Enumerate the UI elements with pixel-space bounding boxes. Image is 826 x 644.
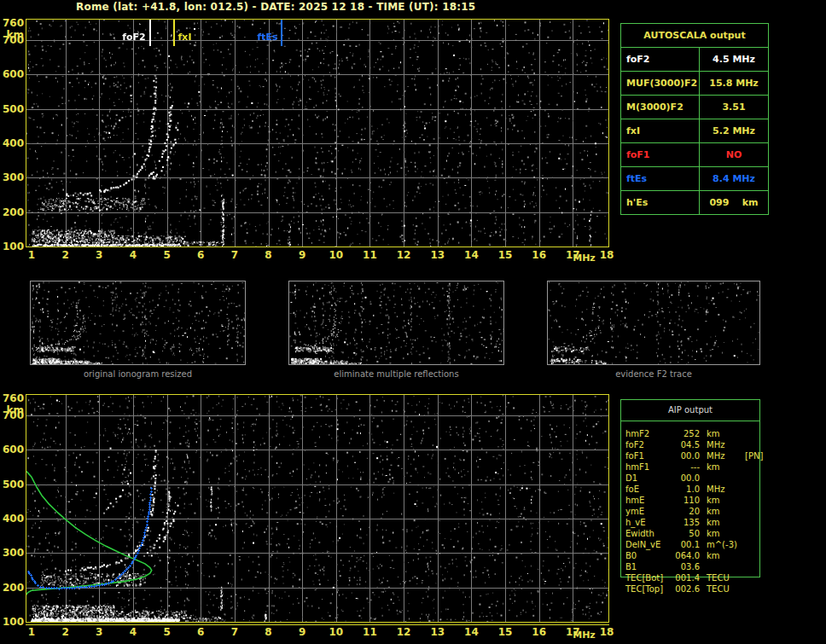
aip-row-note xyxy=(743,517,759,528)
panel-original-canvas xyxy=(31,281,245,364)
panel-evidence-canvas xyxy=(548,281,759,364)
top-ionogram-plot xyxy=(26,19,609,247)
panel-eliminate-canvas xyxy=(289,281,503,364)
y-unit-label: km xyxy=(1,30,24,40)
marker-foF2-label: foF2 xyxy=(122,32,146,42)
autoscala-title: AUTOSCALA output xyxy=(621,24,769,48)
aip-row-label: foF1 xyxy=(625,450,670,461)
x-tick: 3 xyxy=(90,250,108,260)
marker-foF2-line xyxy=(149,20,151,46)
x-tick: 11 xyxy=(361,627,378,637)
x-tick: 16 xyxy=(531,627,548,637)
aip-row-label: foF2 xyxy=(625,439,670,450)
aip-row: DelN_vE00.1m^(-3) xyxy=(625,539,759,550)
autoscala-row-value: 3.51 xyxy=(700,96,769,119)
aip-row-value: 135 xyxy=(670,517,704,528)
aip-row-unit: MHz xyxy=(704,450,743,461)
aip-row-label: foE xyxy=(625,484,670,495)
panel-original-ionogram xyxy=(30,281,246,365)
y-tick: 760 xyxy=(1,18,24,28)
aip-row: hmF1---km xyxy=(625,461,759,473)
x-unit-label: MHz xyxy=(573,630,596,640)
y-tick: 300 xyxy=(1,172,24,183)
aip-row-value: 1.0 xyxy=(670,484,704,495)
table-row: M(3000)F23.51 xyxy=(621,96,769,119)
y-tick: 200 xyxy=(1,583,24,593)
y-tick: 100 xyxy=(1,241,24,252)
aip-row-note xyxy=(743,539,759,550)
x-tick: 2 xyxy=(57,627,74,637)
aip-row-note xyxy=(743,561,759,572)
aip-row-unit: km xyxy=(704,528,743,539)
aip-row-note xyxy=(743,439,759,450)
station-date-title: Rome (lat: +41.8, lon: 012.5) - DATE: 20… xyxy=(76,1,475,13)
panel-original-caption: original ionogram resized xyxy=(30,369,246,379)
x-tick: 10 xyxy=(328,627,345,637)
x-tick: 1 xyxy=(23,250,40,260)
aip-row-note xyxy=(743,572,759,583)
aip-row: Ewidth50km xyxy=(625,528,759,539)
aip-row: hmF2252km xyxy=(625,428,759,439)
x-tick: 11 xyxy=(361,250,378,260)
y-tick: 760 xyxy=(1,393,24,403)
aip-row: D100.0 xyxy=(625,473,759,484)
aip-output-table: AIP output hmF2252kmfoF204.5MHzfoF100.0M… xyxy=(620,399,760,577)
autoscala-row-label: M(3000)F2 xyxy=(621,96,700,119)
table-row: MUF(3000)F215.8 MHz xyxy=(621,72,769,96)
y-tick: 200 xyxy=(1,207,24,218)
y-tick: 100 xyxy=(1,617,24,627)
autoscala-row-label: foF1 xyxy=(621,143,700,167)
x-tick: 18 xyxy=(598,627,615,637)
aip-row: TEC[Bot]001.4TECU xyxy=(625,572,759,583)
table-row: ftEs8.4 MHz xyxy=(621,167,769,191)
aip-row-unit: TECU xyxy=(704,583,743,595)
autoscala-row-label: fxI xyxy=(621,119,700,143)
x-tick: 13 xyxy=(429,250,446,260)
x-tick: 4 xyxy=(125,250,142,260)
aip-row-label: B1 xyxy=(625,561,670,572)
aip-row-note xyxy=(743,550,759,561)
aip-row: h_vE135km xyxy=(625,517,759,528)
table-row: foF1NO xyxy=(621,143,769,167)
aip-row-unit: km xyxy=(704,517,743,528)
x-tick: 3 xyxy=(90,627,108,637)
x-tick: 7 xyxy=(226,627,243,637)
aip-row-value: 00.1 xyxy=(670,539,704,550)
autoscala-app-window: Rome (lat: +41.8, lon: 012.5) - DATE: 20… xyxy=(0,0,826,644)
bottom-ionogram-canvas xyxy=(26,395,608,622)
aip-row-note xyxy=(743,583,759,595)
autoscala-row-value: 5.2 MHz xyxy=(700,119,769,143)
autoscala-row-value: 8.4 MHz xyxy=(700,167,769,191)
autoscala-row-value: 099 km xyxy=(700,191,769,215)
aip-row-value: 110 xyxy=(670,495,704,506)
x-unit-label: MHz xyxy=(573,253,596,263)
x-tick: 7 xyxy=(226,250,243,260)
x-tick: 4 xyxy=(125,627,142,637)
aip-row: TEC[Top]002.6TECU xyxy=(625,583,759,595)
aip-row-label: TEC[Bot] xyxy=(625,572,670,583)
x-tick: 13 xyxy=(429,627,446,637)
panel-evidence-f2 xyxy=(547,281,760,365)
x-tick: 18 xyxy=(598,250,615,260)
x-tick: 5 xyxy=(159,627,176,637)
table-row: fxI5.2 MHz xyxy=(621,119,769,143)
table-row: h'Es099 km xyxy=(621,191,769,215)
table-row: foF24.5 MHz xyxy=(621,48,769,72)
x-tick: 16 xyxy=(531,250,548,260)
aip-row-value: 252 xyxy=(670,428,704,439)
panel-eliminate-reflections xyxy=(288,281,504,365)
aip-row-label: B0 xyxy=(625,550,670,561)
aip-row-unit: km xyxy=(704,428,743,439)
aip-row-note xyxy=(743,473,759,484)
autoscala-row-label: MUF(3000)F2 xyxy=(621,72,700,96)
aip-row: B0064.0km xyxy=(625,550,759,561)
aip-row-unit: km xyxy=(704,461,743,473)
aip-row-value: 20 xyxy=(670,506,704,517)
autoscala-row-label: foF2 xyxy=(621,48,700,72)
x-tick: 6 xyxy=(192,250,209,260)
aip-row-unit: MHz xyxy=(704,439,743,450)
marker-fxI-label: fxI xyxy=(178,32,192,42)
x-tick: 8 xyxy=(260,250,277,260)
y-tick: 600 xyxy=(1,69,24,79)
y-tick: 300 xyxy=(1,548,24,558)
